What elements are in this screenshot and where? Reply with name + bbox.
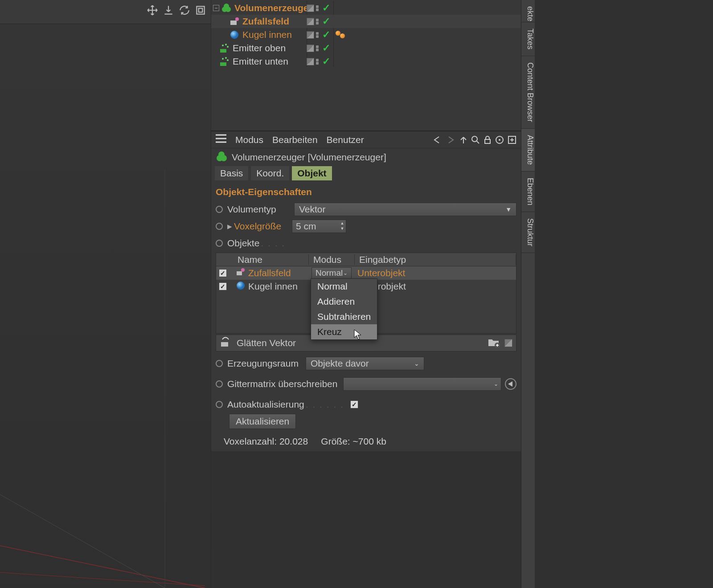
download-tool-icon[interactable] (163, 4, 174, 16)
add-folder-icon[interactable] (488, 337, 500, 350)
tab-koord[interactable]: Koord. (251, 166, 289, 180)
layer-toggle-icon[interactable] (307, 58, 314, 65)
volume-generator-icon (221, 3, 232, 13)
svg-rect-1 (199, 8, 203, 12)
autoupdate-checkbox[interactable]: ✓ (350, 400, 358, 408)
size-label: Größe: (321, 436, 350, 446)
cell-name: Zufallsfeld (248, 268, 291, 278)
label-dots: . . . . (261, 238, 285, 249)
nav-back-icon[interactable] (433, 136, 443, 144)
side-tab-struktur[interactable]: Struktur (521, 212, 535, 253)
col-modus: Modus (309, 254, 355, 265)
volumentyp-dropdown[interactable]: Vektor ▼ (294, 203, 516, 216)
footer-info: Voxelanzahl: 20.028 Größe: ~700 kb (216, 436, 516, 447)
visibility-dots-icon[interactable] (316, 18, 320, 25)
lock-icon[interactable] (484, 135, 492, 144)
voxel-count-value: 20.028 (279, 436, 308, 446)
anim-dot-icon[interactable] (216, 206, 223, 213)
material-tag-icon[interactable] (336, 31, 346, 39)
layer-toggle-icon[interactable] (307, 18, 314, 25)
pick-target-icon[interactable] (505, 378, 516, 390)
row-checkbox[interactable]: ✓ (219, 282, 227, 290)
menu-bearbeiten[interactable]: Bearbeiten (272, 135, 318, 145)
move-tool-icon[interactable] (147, 4, 158, 16)
tree-row-emitter-oben[interactable]: Emitter oben ✓ (211, 41, 521, 55)
menu-modus[interactable]: Modus (235, 135, 263, 145)
visibility-dots-icon[interactable] (316, 45, 320, 52)
spin-up-icon[interactable]: ▲ (340, 221, 344, 226)
nav-up-icon[interactable] (459, 135, 467, 144)
popup-item-normal[interactable]: Normal (311, 279, 377, 294)
cell-name: Kugel innen (248, 281, 298, 292)
voxelgroesse-input[interactable]: 5 cm ▲▼ (292, 220, 346, 233)
anim-dot-icon[interactable] (216, 360, 223, 367)
layer-toggle-icon[interactable] (307, 4, 314, 12)
mode-dropdown[interactable]: Normal ⌄ (311, 267, 352, 279)
disclosure-icon[interactable]: ▸ (227, 221, 232, 232)
layer-toggle-icon[interactable] (307, 31, 314, 39)
enable-check-icon[interactable]: ✓ (322, 2, 330, 14)
dropdown-value: Objekte davor (311, 358, 369, 369)
visibility-dots-icon[interactable] (316, 58, 320, 65)
anim-dot-icon[interactable] (216, 401, 223, 408)
gittermatrix-linkfield[interactable]: ⌄ (343, 377, 501, 391)
prop-label[interactable]: Voxelgröße (234, 221, 292, 232)
svg-point-17 (222, 58, 224, 60)
erzeugungsraum-dropdown[interactable]: Objekte davor ⌄ (306, 357, 424, 370)
search-icon[interactable] (471, 135, 480, 144)
tab-basis[interactable]: Basis (215, 166, 248, 180)
side-tab-takes[interactable]: Takes (521, 22, 535, 56)
anim-dot-icon[interactable] (216, 240, 223, 247)
add-panel-icon[interactable] (508, 135, 516, 144)
viewport-header (0, 0, 211, 24)
svg-line-2 (0, 546, 205, 588)
size-value: ~700 kb (353, 436, 386, 446)
frame-tool-icon[interactable] (195, 4, 206, 16)
tree-label: Kugel innen (242, 29, 292, 40)
menu-benutzer[interactable]: Benutzer (327, 135, 364, 145)
visibility-dots-icon[interactable] (316, 31, 320, 39)
tree-row-kugel-innen[interactable]: Kugel innen ✓ (211, 28, 521, 41)
svg-line-3 (0, 572, 205, 586)
hamburger-icon[interactable] (216, 134, 226, 145)
popup-item-kreuz[interactable]: Kreuz (311, 324, 377, 339)
expander-icon[interactable]: − (213, 5, 219, 11)
svg-point-13 (222, 45, 224, 46)
enable-check-icon[interactable]: ✓ (322, 16, 330, 27)
table-row[interactable]: ✓ Zufallsfeld Normal ⌄ Unterobjekt (216, 266, 516, 280)
nav-fwd-icon[interactable] (446, 136, 456, 144)
enable-check-icon[interactable]: ✓ (322, 29, 330, 41)
viewport-3d[interactable] (0, 24, 211, 588)
input-value: 5 cm (296, 221, 316, 232)
enable-check-icon[interactable]: ✓ (322, 56, 330, 67)
attribute-title-row: Volumenerzeuger [Volumenerzeuger] (211, 148, 521, 166)
side-tab-ebenen[interactable]: Ebenen (521, 172, 535, 212)
anim-dot-icon[interactable] (216, 380, 223, 388)
enable-check-icon[interactable]: ✓ (322, 42, 330, 54)
row-checkbox[interactable]: ✓ (219, 269, 227, 277)
update-button[interactable]: Aktualisieren (229, 414, 296, 429)
side-tab-objekte[interactable]: ekte (521, 0, 535, 22)
side-tab-attribute[interactable]: Attribute (521, 129, 535, 172)
tree-row-zufallsfeld[interactable]: Zufallsfeld ✓ (211, 15, 521, 28)
attribute-title: Volumenerzeuger [Volumenerzeuger] (232, 152, 386, 163)
tree-label: Zufallsfeld (242, 16, 289, 27)
popup-item-addieren[interactable]: Addieren (311, 294, 377, 309)
toggle-icon[interactable] (504, 339, 512, 347)
tree-row-emitter-unten[interactable]: Emitter unten ✓ (211, 55, 521, 68)
tab-objekt[interactable]: Objekt (292, 166, 332, 180)
visibility-dots-icon[interactable] (316, 4, 320, 12)
refresh-tool-icon[interactable] (179, 4, 190, 16)
svg-point-8 (224, 4, 229, 9)
side-tab-content-browser[interactable]: Content Browser (521, 56, 535, 129)
target-icon[interactable] (495, 135, 504, 144)
anim-dot-icon[interactable] (216, 223, 223, 230)
popup-item-subtrahieren[interactable]: Subtrahieren (311, 309, 377, 324)
attribute-manager: Modus Bearbeiten Benutzer Volumenerze (211, 131, 521, 451)
prop-objekte: Objekte . . . . (216, 236, 516, 251)
chevron-down-icon: ⌄ (494, 381, 498, 387)
col-name: Name (233, 254, 309, 265)
tree-row-volumenerzeuger[interactable]: − Volumenerzeuger ✓ (211, 1, 521, 15)
spin-down-icon[interactable]: ▼ (340, 226, 344, 231)
layer-toggle-icon[interactable] (307, 45, 314, 52)
